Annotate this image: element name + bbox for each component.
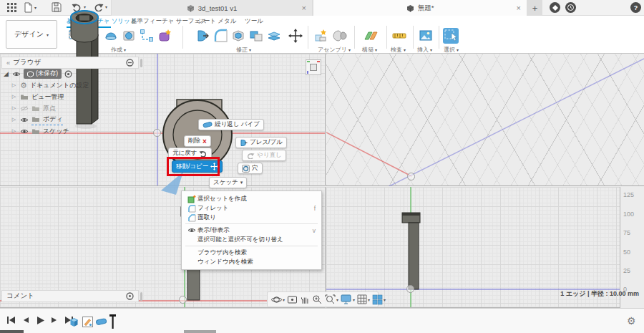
combine-icon[interactable] [248, 27, 265, 44]
timeline-position-marker[interactable] [109, 314, 117, 329]
pan-button[interactable] [300, 294, 310, 304]
panel-display-icon[interactable] [126, 59, 134, 67]
panel-resize-grip[interactable] [140, 292, 142, 301]
look-at-button[interactable] [287, 295, 298, 304]
split-icon[interactable] [265, 27, 283, 44]
browser-panel-header[interactable]: « ブラウザ [1, 57, 139, 69]
select-icon[interactable] [442, 27, 459, 44]
close-icon[interactable]: × [517, 4, 521, 12]
viewport-iso-view[interactable] [326, 54, 644, 186]
press-pull-icon[interactable] [194, 27, 211, 44]
browser-item-document-root[interactable]: ◢ (未保存) [3, 68, 139, 79]
origin-marker[interactable] [407, 173, 415, 180]
marking-menu-undo[interactable]: 元に戻す [168, 148, 212, 159]
collapsed-triangle-icon[interactable]: ▷ [11, 94, 17, 100]
browser-item-origin[interactable]: ▷ 原点 [3, 102, 139, 114]
collapsed-triangle-icon[interactable]: ▷ [11, 128, 17, 134]
ribbon-tab-tools[interactable]: ツール [245, 17, 263, 26]
document-root-pill[interactable]: (未保存) [24, 69, 62, 79]
group-label-create[interactable]: 作成▾ [111, 46, 126, 54]
eye-hidden-icon[interactable] [20, 105, 29, 112]
close-icon[interactable]: × [302, 4, 306, 12]
origin-marker[interactable] [179, 296, 187, 304]
collapsed-triangle-icon[interactable]: ▷ [11, 117, 17, 122]
joint-icon[interactable] [332, 27, 349, 44]
marking-menu-move-copy[interactable]: 移動/コピー [172, 160, 223, 173]
orbit-button[interactable]: ▾ [271, 294, 285, 305]
menu-item-toggle-selectable[interactable]: 選択可能と選択不可を切り替え [182, 235, 321, 244]
document-tab-1[interactable]: 3d_test01 v1 × [111, 0, 313, 16]
comment-panel-header[interactable]: コメント [1, 290, 139, 302]
settings-gear-icon[interactable]: ⚙ [627, 315, 636, 327]
help-icon[interactable]: ? [630, 2, 641, 13]
grid-settings-button[interactable]: ▾ [357, 294, 370, 304]
sweep-icon[interactable] [120, 27, 137, 44]
new-component-icon[interactable] [313, 27, 330, 44]
eye-icon[interactable] [20, 128, 29, 135]
menu-item-create-selection-set[interactable]: 選択セットを作成 [182, 194, 321, 203]
marking-menu-hole[interactable]: 穴 [238, 163, 263, 174]
timeline-scrollbar-thumb[interactable] [184, 330, 216, 333]
workspace-selector[interactable]: デザイン ▾ [6, 20, 57, 49]
pattern-path-icon[interactable] [138, 27, 155, 44]
timeline-play-button[interactable] [34, 314, 46, 326]
move-icon[interactable] [287, 27, 304, 44]
panel-display-icon[interactable] [126, 292, 134, 300]
shell-icon[interactable] [230, 27, 247, 44]
menu-item-show-hide[interactable]: 表示/非表示 v [182, 226, 321, 235]
app-grid-icon[interactable] [6, 2, 16, 12]
ribbon-tab-sheetmetal[interactable]: シート メタル [197, 17, 236, 26]
group-label-construct[interactable]: 構築▾ [362, 46, 377, 54]
browser-item-view-management[interactable]: ▷ ビュー管理 [3, 91, 139, 102]
timeline-step-back-button[interactable] [20, 314, 31, 326]
menu-item-chamfer[interactable]: 面取り [182, 213, 321, 222]
group-label-select[interactable]: 選択▾ [444, 46, 459, 54]
viewports-button[interactable]: ▾ [372, 294, 386, 305]
browser-item-document-settings[interactable]: ▷ ⚙ ドキュメントの設定 [3, 79, 139, 91]
new-document-tab-button[interactable]: + [527, 0, 542, 16]
viewcube[interactable] [306, 59, 321, 75]
marking-menu-redo-disabled[interactable]: やり直し [242, 150, 286, 161]
eye-icon[interactable] [12, 71, 21, 77]
ribbon-tab-surface[interactable]: 基準フィーチャ サーフェス [131, 17, 207, 26]
browser-item-bodies[interactable]: ▷ ボディ [3, 114, 139, 125]
origin-marker[interactable] [406, 285, 414, 293]
timeline-scrollbar-piece[interactable] [0, 330, 24, 333]
create-form-icon[interactable] [156, 27, 173, 44]
menu-item-find-in-window[interactable]: ウィンドウ内を検索 [182, 257, 321, 266]
eye-icon[interactable] [20, 117, 29, 123]
fit-button[interactable]: ▾ [325, 294, 338, 305]
group-label-assembly[interactable]: アセンブリ▾ [318, 46, 351, 54]
collapsed-triangle-icon[interactable]: ▷ [11, 105, 17, 111]
model-side-view[interactable] [401, 211, 425, 291]
display-settings-button[interactable]: ▾ [341, 294, 355, 304]
marking-menu-sketch[interactable]: スケッチ ▾ [209, 177, 247, 188]
timeline-go-to-start-button[interactable] [6, 314, 17, 326]
document-tab-2-active[interactable]: 無題* × [313, 0, 527, 16]
timeline-step-forward-button[interactable] [49, 314, 60, 326]
expanded-triangle-icon[interactable]: ◢ [3, 70, 9, 77]
activate-radio-icon[interactable] [64, 70, 72, 78]
group-label-insert[interactable]: 挿入▾ [417, 46, 432, 54]
job-status-icon[interactable] [565, 2, 576, 13]
browser-item-sketches[interactable]: ▷ スケッチ [3, 125, 139, 137]
file-menu-button[interactable]: ▾ [24, 2, 36, 13]
insert-canvas-icon[interactable] [417, 27, 434, 44]
origin-marker[interactable] [153, 129, 161, 137]
timeline-feature-sketch[interactable] [82, 316, 94, 328]
group-label-inspect[interactable]: 検査▾ [391, 46, 406, 54]
menu-item-fillet[interactable]: フィレット f [182, 203, 321, 213]
menu-item-find-in-browser[interactable]: ブラウザ内を検索 [182, 248, 321, 257]
timeline-feature-extrude[interactable] [68, 316, 80, 328]
construct-plane-icon[interactable] [362, 27, 379, 44]
measure-icon[interactable] [391, 27, 408, 44]
zoom-button[interactable] [312, 294, 323, 305]
timeline-feature-pipe[interactable] [95, 317, 107, 327]
panel-resize-grip[interactable] [140, 59, 142, 67]
fillet-icon[interactable] [212, 27, 229, 44]
collapse-panel-icon[interactable]: « [6, 59, 10, 67]
extensions-icon[interactable] [550, 2, 560, 13]
marking-menu-repeat-pipe[interactable]: 繰り返し パイプ [198, 119, 264, 130]
marking-menu-delete[interactable]: 削除 × [184, 135, 211, 147]
collapsed-triangle-icon[interactable]: ▷ [11, 82, 17, 88]
